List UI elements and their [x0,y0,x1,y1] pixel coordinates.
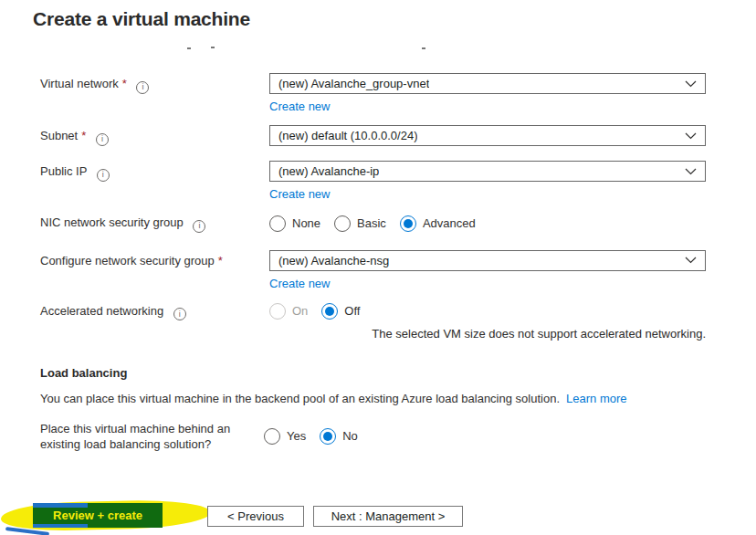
public-ip-create-new-link[interactable]: Create new [269,186,330,202]
review-create-button[interactable]: Review + create [33,503,163,528]
radio-icon [400,215,416,232]
load-balancer-question-label: Place this virtual machine behind an exi… [40,421,264,452]
configure-nsg-value: (new) Avalanche-nsg [278,254,389,268]
public-ip-value: (new) Avalanche-ip [278,164,379,178]
virtual-network-select[interactable]: (new) Avalanche_group-vnet [269,73,706,94]
field-row-configure-nsg: Configure network security group* (new) … [0,250,756,291]
nic-nsg-radio-group: None Basic Advanced [269,215,706,232]
load-balancer-radio-group: Yes No [264,428,700,445]
nic-nsg-radio-none[interactable]: None [269,215,320,232]
required-asterisk: * [122,77,127,90]
info-icon[interactable]: i [173,308,186,320]
radio-icon [320,428,336,445]
info-icon[interactable]: i [96,133,109,146]
configure-nsg-create-new-link[interactable]: Create new [269,276,330,291]
networking-form: Virtual network* i (new) Avalanche_group… [0,73,756,452]
learn-more-link[interactable]: Learn more [566,392,626,405]
subnet-value: (new) default (10.0.0.0/24) [278,129,417,142]
accelerated-networking-radio-on: On [269,303,308,320]
page-title: Create a virtual machine [33,8,756,30]
field-row-nic-nsg: NIC network security group i None Basic … [0,215,756,233]
virtual-network-label: Virtual network* i [40,73,269,94]
accelerated-networking-note: The selected VM size does not support ac… [0,327,706,341]
load-balancing-heading: Load balancing [40,366,756,380]
required-asterisk: * [218,254,223,268]
clipped-text-remnant [211,47,215,48]
accelerated-networking-radio-off[interactable]: Off [321,303,360,320]
nic-nsg-radio-basic[interactable]: Basic [334,215,386,232]
required-asterisk: * [81,129,86,142]
radio-icon [321,303,338,320]
public-ip-select[interactable]: (new) Avalanche-ip [269,161,706,182]
configure-nsg-select[interactable]: (new) Avalanche-nsg [269,250,706,271]
chevron-down-icon [685,257,697,264]
chevron-down-icon [685,168,697,175]
nic-nsg-radio-advanced[interactable]: Advanced [400,215,476,232]
field-row-subnet: Subnet* i (new) default (10.0.0.0/24) [0,125,756,146]
next-management-button[interactable]: Next : Management > [313,506,463,527]
chevron-down-icon [685,80,697,88]
subnet-select[interactable]: (new) default (10.0.0.0/24) [269,125,706,146]
field-row-accelerated-networking: Accelerated networking i On Off [0,303,756,321]
virtual-network-create-new-link[interactable]: Create new [269,99,330,114]
radio-icon [334,215,351,232]
clipped-text-remnant [187,47,191,49]
radio-icon [264,428,280,445]
load-balancing-description: You can place this virtual machine in th… [40,392,706,406]
radio-icon [269,215,286,232]
load-balancer-radio-no[interactable]: No [320,428,358,445]
info-icon[interactable]: i [193,220,205,233]
subnet-label: Subnet* i [40,125,269,146]
field-row-virtual-network: Virtual network* i (new) Avalanche_group… [0,73,756,114]
nic-nsg-label: NIC network security group i [40,215,269,233]
accelerated-networking-label: Accelerated networking i [40,303,269,321]
clipped-text-remnant [422,47,425,49]
chevron-down-icon [685,132,697,140]
info-icon[interactable]: i [136,81,149,94]
virtual-network-value: (new) Avalanche_group-vnet [278,77,429,90]
previous-button[interactable]: < Previous [207,506,304,527]
info-icon[interactable]: i [97,169,110,182]
accelerated-networking-radio-group: On Off [269,303,706,320]
field-row-public-ip: Public IP i (new) Avalanche-ip Create ne… [0,161,756,202]
load-balancer-radio-yes[interactable]: Yes [264,428,306,445]
footer-button-bar: Review + create < Previous Next : Manage… [0,499,756,535]
field-row-load-balancer-question: Place this virtual machine behind an exi… [0,421,756,452]
configure-nsg-label: Configure network security group* [40,250,269,268]
radio-icon [269,303,286,320]
public-ip-label: Public IP i [40,161,269,182]
